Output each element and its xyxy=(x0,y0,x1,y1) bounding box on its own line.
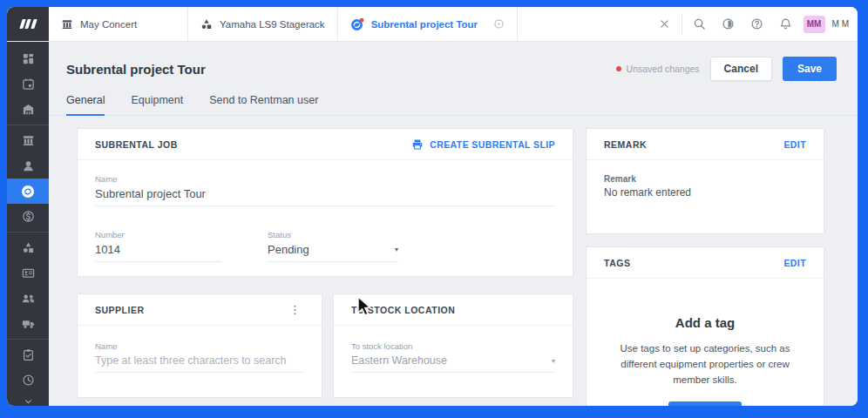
tasks-icon xyxy=(22,348,35,361)
contacts-icon xyxy=(22,159,35,172)
sidebar-item-subrentals[interactable] xyxy=(7,179,49,204)
equipment-icon xyxy=(22,241,35,254)
sidebar-divider xyxy=(7,339,49,340)
projects-icon xyxy=(22,134,35,147)
status-field[interactable]: Status Pending ▾ xyxy=(268,230,398,262)
chevron-down-icon: ▾ xyxy=(395,246,398,253)
contrast-icon[interactable] xyxy=(714,7,743,42)
supplier-search-input[interactable]: Type at least three characters to search xyxy=(95,354,304,373)
sidebar-item-contact-card[interactable] xyxy=(7,260,49,286)
crew-icon xyxy=(22,292,35,305)
add-tag-button[interactable]: Add tag xyxy=(668,401,743,406)
dashboard-icon xyxy=(22,52,35,65)
unsaved-dot-icon xyxy=(616,66,621,71)
number-field-value[interactable]: 1014 xyxy=(95,243,221,262)
remark-card-title: REMARK xyxy=(604,139,647,150)
sidebar-item-warehouse[interactable] xyxy=(7,97,49,122)
doc-tab-may-concert[interactable]: May Concert xyxy=(49,7,188,41)
help-icon[interactable] xyxy=(743,7,771,42)
supplier-card-title: SUPPLIER xyxy=(95,305,145,315)
printer-icon xyxy=(411,138,424,151)
tab-general[interactable]: General xyxy=(66,94,105,116)
sidebar-item-projects[interactable] xyxy=(7,128,49,153)
sidebar-item-contacts[interactable] xyxy=(7,153,49,179)
number-field-label: Number xyxy=(95,230,221,239)
tags-card-title: TAGS xyxy=(604,258,630,268)
sidebar-item-equipment[interactable] xyxy=(7,235,49,260)
tab-equipment[interactable]: Equipment xyxy=(131,94,183,115)
topbar-actions: MM M M xyxy=(650,7,858,41)
name-field[interactable]: Name Subrental project Tour xyxy=(95,174,555,206)
sidebar xyxy=(7,42,49,406)
tags-card: TAGS EDIT Add a tag Use tags to set up c… xyxy=(586,246,824,406)
remark-edit-button[interactable]: EDIT xyxy=(783,139,806,150)
close-icon[interactable] xyxy=(650,7,679,42)
to-stock-location-card-title: TO STOCK LOCATION xyxy=(351,305,455,315)
project-icon xyxy=(61,18,73,30)
planner-icon xyxy=(22,78,35,91)
user-avatar[interactable]: MM xyxy=(804,16,825,33)
search-icon[interactable] xyxy=(685,7,714,42)
unsaved-changes-status: Unsaved changes xyxy=(616,64,700,74)
rentman-logo-icon xyxy=(21,19,36,29)
contact-card-icon xyxy=(22,266,35,280)
sidebar-item-dashboard[interactable] xyxy=(7,46,49,71)
tab-close-icon[interactable] xyxy=(493,18,505,30)
save-button[interactable]: Save xyxy=(783,57,837,81)
remark-card: REMARK EDIT Remark No remark entered xyxy=(586,128,824,234)
page-title: Subrental project Tour xyxy=(66,62,206,77)
sidebar-item-transport[interactable] xyxy=(7,311,49,336)
doc-tab-label: May Concert xyxy=(80,19,137,30)
supplier-card: SUPPLIER ⋮ Name Type at least three char… xyxy=(77,293,322,398)
doc-tab-subrental-project-tour[interactable]: Subrental project Tour xyxy=(338,7,518,41)
subrentals-icon xyxy=(21,185,35,199)
status-select[interactable]: Pending ▾ xyxy=(268,243,398,262)
sidebar-divider xyxy=(7,125,49,125)
app-window: May Concert Yamaha LS9 Stagerack Subrent… xyxy=(7,7,858,406)
tags-empty-description: Use tags to set up categories, such as d… xyxy=(606,341,804,388)
rentman-logo[interactable] xyxy=(7,7,49,41)
subrental-job-card: SUBRENTAL JOB CREATE SUBRENTAL SLIP Name… xyxy=(77,128,573,277)
chevron-down-icon: ▾ xyxy=(552,357,555,365)
kebab-menu-icon[interactable]: ⋮ xyxy=(286,302,304,317)
to-stock-location-card: TO STOCK LOCATION To stock location East… xyxy=(333,293,573,398)
sidebar-item-planner[interactable] xyxy=(7,71,49,97)
user-name[interactable]: M M xyxy=(832,19,849,29)
chevron-down-icon xyxy=(23,396,34,407)
create-subrental-slip-button[interactable]: CREATE SUBRENTAL SLIP xyxy=(411,138,555,151)
to-stock-location-label: To stock location xyxy=(351,341,555,351)
transport-icon xyxy=(22,317,35,330)
supplier-name-label: Name xyxy=(95,341,304,351)
remark-field-value: No remark entered xyxy=(604,186,806,199)
cancel-button[interactable]: Cancel xyxy=(710,57,772,81)
subrental-icon xyxy=(350,17,364,31)
tags-empty-title: Add a tag xyxy=(675,315,735,330)
sidebar-item-time[interactable] xyxy=(7,367,49,393)
status-field-label: Status xyxy=(268,230,398,239)
to-stock-location-field[interactable]: To stock location Eastern Warehouse ▾ xyxy=(351,341,555,373)
page-tabs: General Equipment Send to Rentman user xyxy=(49,94,858,116)
tab-send-to-rentman-user[interactable]: Send to Rentman user xyxy=(209,94,318,115)
supplier-name-field[interactable]: Name Type at least three characters to s… xyxy=(95,341,304,373)
doc-tab-label: Subrental project Tour xyxy=(371,19,478,30)
sidebar-item-financial[interactable] xyxy=(7,204,49,229)
topbar-divider xyxy=(682,15,682,34)
to-stock-location-value: Eastern Warehouse xyxy=(351,354,447,367)
status-select-value: Pending xyxy=(268,243,309,256)
sidebar-divider xyxy=(7,232,49,233)
to-stock-location-select[interactable]: Eastern Warehouse ▾ xyxy=(351,354,555,373)
equipment-icon xyxy=(200,18,213,30)
main-content: Subrental project Tour Unsaved changes C… xyxy=(49,42,858,406)
number-field[interactable]: Number 1014 xyxy=(95,230,221,262)
tags-edit-button[interactable]: EDIT xyxy=(783,258,806,268)
sidebar-item-crew[interactable] xyxy=(7,286,49,311)
sidebar-collapse[interactable] xyxy=(7,393,49,406)
warehouse-icon xyxy=(22,103,35,116)
notifications-icon[interactable] xyxy=(771,7,800,42)
top-bar: May Concert Yamaha LS9 Stagerack Subrent… xyxy=(7,7,858,42)
sidebar-item-tasks[interactable] xyxy=(7,342,49,367)
subrental-job-card-title: SUBRENTAL JOB xyxy=(95,139,178,150)
doc-tab-yamaha-stagerack[interactable]: Yamaha LS9 Stagerack xyxy=(188,7,338,41)
remark-field-label: Remark xyxy=(604,174,806,184)
name-field-value[interactable]: Subrental project Tour xyxy=(95,187,555,206)
